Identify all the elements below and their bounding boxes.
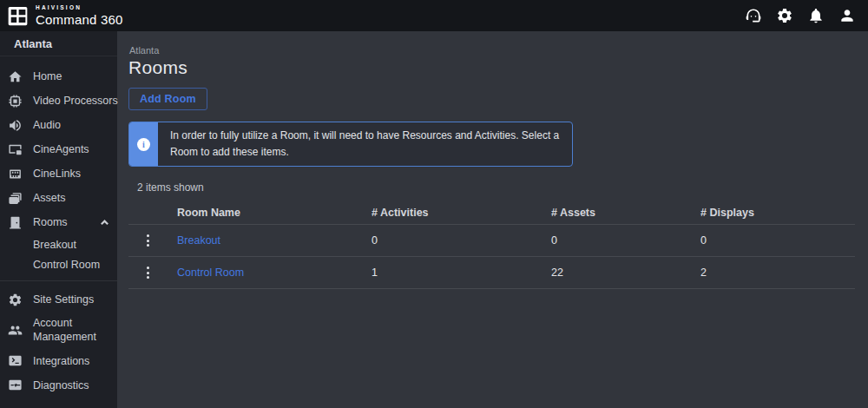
sidebar-item-label: CineAgents [33, 143, 89, 155]
chevron-up-icon [100, 218, 109, 227]
layers-icon [7, 190, 23, 207]
support-headset-icon[interactable] [744, 7, 762, 25]
column-header-room-name: Room Name [177, 207, 372, 219]
table-row: Control Room 1 22 2 [128, 257, 855, 289]
pulse-icon [7, 377, 23, 393]
sidebar-item-home[interactable]: Home [0, 64, 117, 89]
main-content: Atlanta Rooms Add Room i In order to ful… [117, 31, 868, 408]
column-header-displays: # Displays [700, 207, 855, 219]
account-person-icon[interactable] [838, 7, 856, 25]
cell-assets: 22 [551, 267, 700, 279]
row-actions-kebab-icon[interactable] [139, 263, 156, 282]
sidebar-item-label: Diagnostics [33, 379, 89, 392]
sidebar-item-label: Audio [33, 119, 61, 131]
sidebar: Atlanta Home Video Processors Audio Cine… [0, 31, 117, 408]
column-header-activities: # Activities [372, 207, 551, 219]
room-link-breakout[interactable]: Breakout [177, 234, 220, 247]
table-row: Breakout 0 0 0 [128, 225, 855, 257]
sidebar-item-video-processors[interactable]: Video Processors [0, 89, 117, 113]
sidebar-item-audio[interactable]: Audio [0, 113, 117, 137]
sidebar-item-diagnostics[interactable]: Diagnostics [0, 373, 117, 398]
sidebar-item-account-management[interactable]: Account Management [0, 312, 117, 349]
door-icon [7, 214, 23, 231]
sidebar-item-label: Site Settings [33, 293, 94, 306]
sidebar-subitem-label: Breakout [33, 239, 76, 251]
haivision-logo[interactable]: HAIVISION Command 360 [7, 5, 123, 27]
add-room-button[interactable]: Add Room [128, 88, 207, 110]
sidebar-item-rooms[interactable]: Rooms [0, 210, 117, 234]
page-title: Rooms [128, 57, 855, 78]
window-agent-icon [7, 141, 23, 158]
topbar: HAIVISION Command 360 [0, 0, 868, 31]
sidebar-subitem-breakout[interactable]: Breakout [0, 234, 117, 254]
ethernet-port-icon [7, 166, 23, 182]
sidebar-site-label: Atlanta [0, 31, 117, 56]
sidebar-item-cinelinks[interactable]: CineLinks [0, 161, 117, 186]
speaker-icon [7, 117, 23, 134]
items-shown-count: 2 items shown [137, 181, 855, 194]
gear-icon [7, 292, 23, 308]
people-icon [7, 322, 23, 339]
notifications-bell-icon[interactable] [806, 7, 825, 25]
row-actions-kebab-icon[interactable] [139, 231, 156, 250]
sidebar-item-assets[interactable]: Assets [0, 186, 117, 210]
home-icon [7, 69, 23, 85]
sidebar-subitem-control-room[interactable]: Control Room [0, 254, 117, 274]
sidebar-item-integrations[interactable]: Integrations [0, 349, 117, 373]
breadcrumb: Atlanta [129, 45, 855, 56]
cell-activities: 0 [372, 234, 551, 247]
cell-displays: 2 [700, 267, 855, 279]
cell-assets: 0 [551, 234, 700, 247]
info-icon: i [137, 138, 150, 151]
sidebar-item-label: Account Management [33, 316, 109, 345]
rooms-table: Room Name # Activities # Assets # Displa… [128, 201, 855, 289]
terminal-icon [7, 352, 23, 369]
sidebar-item-site-settings[interactable]: Site Settings [0, 287, 117, 312]
cell-displays: 0 [700, 234, 855, 247]
column-header-assets: # Assets [551, 207, 700, 219]
brand-name: Command 360 [36, 13, 123, 26]
room-link-control-room[interactable]: Control Room [177, 267, 244, 279]
info-banner-accent: i [129, 122, 158, 166]
topbar-actions [744, 7, 856, 25]
table-header-row: Room Name # Activities # Assets # Displa… [128, 201, 855, 225]
sidebar-subitem-label: Control Room [33, 259, 100, 271]
info-banner-text: In order to fully utilize a Room, it wil… [158, 122, 572, 166]
sidebar-item-label: Assets [33, 192, 66, 204]
sidebar-item-label: Home [33, 70, 62, 82]
brand-name-small: HAIVISION [36, 5, 123, 11]
videowall-logo-icon [7, 5, 29, 27]
sidebar-item-label: Video Processors [33, 95, 118, 107]
sidebar-divider [0, 280, 117, 281]
sidebar-item-label: CineLinks [33, 168, 81, 180]
chip-icon [7, 93, 23, 109]
settings-gear-icon[interactable] [775, 7, 793, 25]
info-banner: i In order to fully utilize a Room, it w… [128, 122, 573, 167]
sidebar-item-label: Rooms [33, 216, 68, 228]
sidebar-item-cineagents[interactable]: CineAgents [0, 137, 117, 161]
cell-activities: 1 [372, 267, 551, 279]
sidebar-item-label: Integrations [33, 355, 89, 367]
